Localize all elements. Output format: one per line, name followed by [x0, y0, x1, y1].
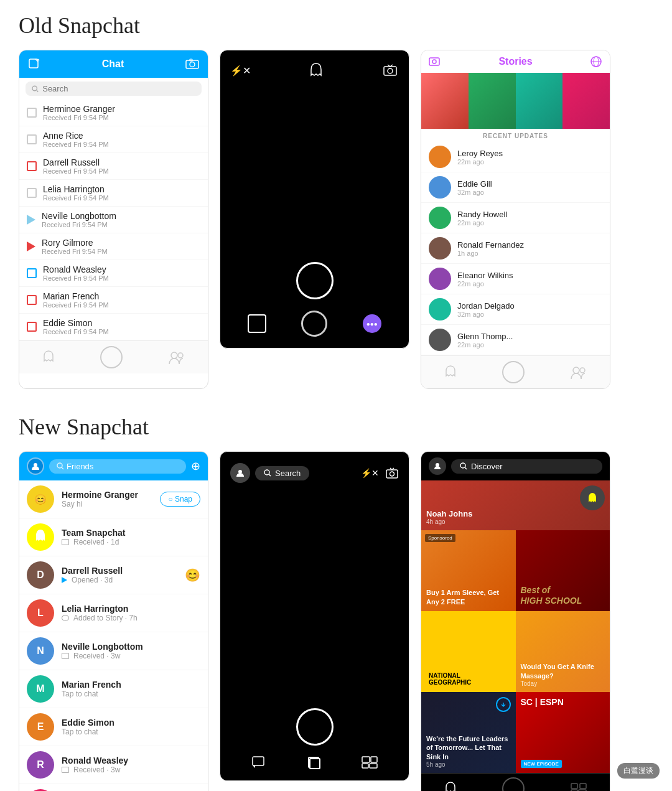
profile-discover[interactable] [429, 457, 446, 475]
shutter-button[interactable] [296, 262, 334, 299]
emoji-badge: 😊 [185, 568, 200, 583]
new-search-bar[interactable]: Friends [49, 459, 186, 474]
discover-card-massage[interactable]: Would You Get A Knife Massage? Today [516, 611, 610, 692]
svg-point-4 [190, 62, 195, 67]
discover-search[interactable]: Discover [451, 459, 602, 474]
svg-line-38 [465, 467, 467, 469]
friends-label: Friends [67, 462, 93, 471]
old-camera-top: ⚡✕ [220, 57, 409, 84]
stories-btn-new[interactable] [361, 756, 378, 769]
flip-cam-icon[interactable] [385, 467, 399, 479]
natgeo-logo: NATIONALGEOGRAPHIC [426, 671, 474, 687]
flip-camera-icon[interactable] [381, 62, 399, 79]
svg-point-11 [388, 68, 393, 73]
search-label-cam: Search [275, 469, 301, 478]
friends-nav-icon[interactable] [168, 350, 185, 364]
profile-btn[interactable] [230, 463, 250, 483]
old-chat-search[interactable] [26, 82, 202, 96]
old-stories-phone: Stories RECENT UPDATES Leroy Reyes 22m a… [421, 50, 610, 389]
discover-card-natgeo[interactable]: NATIONALGEOGRAPHIC [421, 611, 516, 692]
new-list-item[interactable]: S Skylar Péra Tap to chat [19, 784, 208, 791]
list-item[interactable]: Darrell Russell Received Fri 9:54 PM [19, 153, 208, 180]
list-item[interactable]: Eddie Simon Received Fri 9:54 PM [19, 314, 208, 340]
svg-point-18 [580, 368, 585, 373]
camera-icon [185, 59, 199, 70]
profile-avatar[interactable] [27, 457, 44, 475]
old-camera-phone: ⚡✕ ●●● [220, 50, 409, 349]
list-item[interactable]: Neville Longbottom Received Fri 9:54 PM [19, 207, 208, 233]
story-item[interactable]: Eddie Gill 32m ago [421, 172, 610, 203]
nav-circle-discover[interactable] [502, 777, 525, 791]
new-list-item[interactable]: D Darrell Russell Opened · 3d 😊 [19, 556, 208, 594]
svg-rect-10 [384, 67, 396, 75]
new-list-item[interactable]: L Lelia Harrington Added to Story · 7h [19, 594, 208, 632]
messages-btn[interactable] [251, 756, 266, 769]
contact-sub: Received · 3w [62, 652, 143, 660]
story-item[interactable]: Randy Howell 22m ago [421, 203, 610, 233]
new-list-item[interactable]: 😊 Hermoine Granger Say hi ○ Snap [19, 480, 208, 518]
capture-btn[interactable] [100, 346, 123, 368]
avatar: N [27, 637, 54, 665]
snap-icon [27, 241, 35, 251]
new-chat-phone: Friends ⊕ 😊 Hermoine Granger Say hi ○ Sn… [19, 451, 208, 791]
flash-icon[interactable]: ⚡✕ [361, 468, 379, 478]
gallery-btn-new[interactable] [308, 757, 319, 768]
search-input[interactable] [42, 84, 195, 93]
list-item[interactable]: Anne Rice Received Fri 9:54 PM [19, 126, 208, 153]
ghost-nav-discover[interactable] [444, 781, 457, 791]
add-friend-icon[interactable]: ⊕ [191, 459, 200, 473]
contact-sub: Received Fri 9:54 PM [43, 194, 109, 202]
discover-label: Discover [471, 462, 503, 471]
new-camera-phone: Search ⚡✕ [220, 451, 409, 781]
nav-circle[interactable] [301, 311, 327, 337]
friends-nav-icon-2[interactable] [570, 365, 587, 379]
globe-icon[interactable] [590, 55, 602, 68]
cam-top-right: ⚡✕ [361, 467, 399, 479]
new-list-item[interactable]: N Neville Longbottom Received · 3w [19, 632, 208, 670]
nav-circle-2[interactable] [502, 361, 525, 383]
list-item[interactable]: Lelia Harrington Received Fri 9:54 PM [19, 180, 208, 207]
discover-card-espn[interactable]: SC | ESPN NEW EPISODE [516, 692, 610, 773]
new-list-item[interactable]: R Ronald Weasley Received · 3w [19, 746, 208, 784]
old-snapchat-title: Old Snapchat [19, 12, 653, 39]
noah-johns-card[interactable]: Noah Johns 4h ago [421, 480, 610, 530]
svg-rect-31 [253, 757, 264, 765]
ad-headline: Buy 1 Arm Sleeve, Get Any 2 FREE [426, 588, 511, 606]
received-icon-3 [62, 767, 69, 773]
scroll-btn[interactable] [496, 697, 511, 712]
story-item[interactable]: Jordan Delgado 32m ago [421, 294, 610, 325]
stories-btn[interactable]: ●●● [363, 314, 381, 333]
snap-button[interactable]: ○ Snap [160, 492, 200, 507]
list-item[interactable]: Ronald Weasley Received Fri 9:54 PM [19, 260, 208, 287]
contact-name: Anne Rice [43, 131, 109, 141]
ghost-nav-icon[interactable] [42, 350, 55, 365]
contact-sub: Received Fri 9:54 PM [42, 248, 108, 255]
gallery-btn[interactable] [248, 314, 266, 333]
noah-avatar [580, 485, 605, 510]
story-item[interactable]: Leroy Reyes 22m ago [421, 142, 610, 172]
search-bar-camera[interactable]: Search [255, 466, 309, 480]
flash-off-icon[interactable]: ⚡✕ [230, 65, 251, 77]
story-item[interactable]: Eleanor Wilkins 22m ago [421, 264, 610, 294]
new-list-item[interactable]: E Eddie Simon Tap to chat [19, 708, 208, 746]
new-list-item[interactable]: Team Snapchat Received · 1d [19, 518, 208, 556]
story-item[interactable]: Ronald Fernandez 1h ago [421, 233, 610, 264]
people-nav-discover[interactable] [570, 782, 587, 791]
camera-small-icon[interactable] [429, 55, 441, 68]
list-item[interactable]: Herminoe Granger Received Fri 9:54 PM [19, 100, 208, 126]
contact-sub: Tap to chat [62, 728, 114, 736]
new-chat-header: Friends ⊕ [19, 452, 208, 480]
list-item[interactable]: Marian French Received Fri 9:54 PM [19, 287, 208, 314]
story-item[interactable]: Glenn Thomp... 22m ago [421, 325, 610, 355]
ghost-nav-icon-2[interactable] [444, 365, 457, 380]
discover-card-highschool[interactable]: Best ofHIGH SCHOOL [516, 530, 610, 611]
list-item[interactable]: Rory Gilmore Received Fri 9:54 PM [19, 233, 208, 260]
discover-card-leaders[interactable]: We're the Future Leaders of Tomorrow... … [421, 692, 516, 773]
shutter-btn-new[interactable] [296, 708, 334, 746]
discover-card-ad[interactable]: Sponsored Buy 1 Arm Sleeve, Get Any 2 FR… [421, 530, 516, 611]
new-discover-header: Discover [421, 452, 610, 480]
new-episode-badge: NEW EPISODE [521, 760, 562, 768]
new-list-item[interactable]: M Marian French Tap to chat [19, 670, 208, 708]
old-stories-header: Stories [421, 50, 610, 73]
svg-line-28 [269, 474, 271, 476]
